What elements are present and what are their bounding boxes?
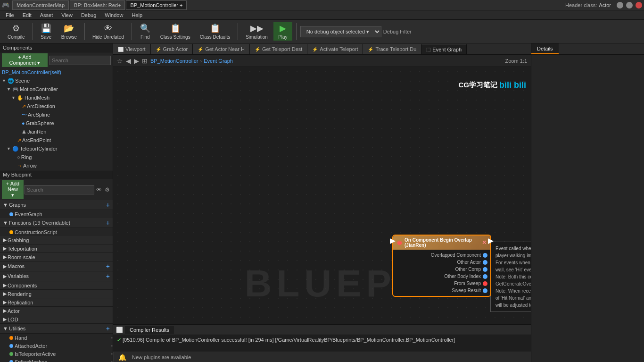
tab-activate-teleport-label: Activate Teleport <box>320 46 358 52</box>
compiler-results-tab[interactable]: Compiler Results <box>125 326 174 334</box>
bp-section-macros-label: Macros <box>8 263 25 269</box>
maximize-button[interactable] <box>626 2 633 8</box>
browse-button[interactable]: 📂 Browse <box>58 22 81 41</box>
menu-asset[interactable]: Asset <box>36 10 57 19</box>
tab-get-actor-near-h[interactable]: ⚡ Get Actor Near H <box>193 44 250 54</box>
bp-item-eventgraph[interactable]: EventGraph <box>0 210 113 218</box>
tab-activate-teleport[interactable]: ⚡ Activate Teleport <box>307 44 363 54</box>
hide-unrelated-button[interactable]: 👁 Hide Unrelated <box>89 23 128 41</box>
tab-grab-actor[interactable]: ⚡ Grab Actor <box>151 44 193 54</box>
tree-item-arcdirection[interactable]: ↗ ArcDirection <box>0 102 113 110</box>
back-button[interactable]: ◀ <box>126 57 131 65</box>
menu-file[interactable]: File <box>2 10 18 19</box>
close-button[interactable] <box>636 2 642 8</box>
tree-item-grabsphere[interactable]: ● GrabSphere <box>0 119 113 127</box>
bp-item-splinemeshes[interactable]: SplineMeshes ▪ <box>0 358 113 362</box>
bp-section-replication[interactable]: ▶ Replication <box>0 298 113 307</box>
bp-item-isteleporteractive[interactable]: IsTeleporterActive ▪ <box>0 350 113 358</box>
bp-add-new-button[interactable]: + Add New ▾ <box>2 180 24 199</box>
bp-section-components[interactable]: ▶ Components <box>0 281 113 290</box>
my-blueprint-search[interactable] <box>25 185 94 194</box>
bp-section-graphs-add[interactable]: + <box>106 201 110 209</box>
minimize-button[interactable] <box>617 2 623 8</box>
bp-section-functions[interactable]: ▼ Functions (19 Overridable) + <box>0 218 113 228</box>
toolbar-sep-1 <box>33 23 33 40</box>
tree-item-jianren[interactable]: ♟ JianRen <box>0 127 113 136</box>
breadcrumb-part-1[interactable]: BP_MotionController <box>150 58 198 64</box>
bp-section-variables-add[interactable]: + <box>106 272 110 280</box>
bp-section-variables[interactable]: ▶ Variables + <box>0 271 113 281</box>
bp-section-grabbing[interactable]: ▶ Grabbing <box>0 236 113 244</box>
bp-item-hand[interactable]: Hand ▪ <box>0 334 113 342</box>
compiler-message: [0510.96] Compile of BP_MotionController… <box>123 337 455 343</box>
bp-section-teleportation[interactable]: ▶ Teleportation <box>0 244 113 253</box>
tree-item-arcendpoint[interactable]: ↗ ArcEndPoint <box>0 136 113 144</box>
details-tab[interactable]: Details <box>531 43 559 54</box>
blueprint-canvas[interactable]: BLUEPRINT Event called when something st… <box>113 67 531 324</box>
bp-section-utilities-add[interactable]: + <box>106 325 110 332</box>
tab-viewport[interactable]: ⬜ Viewport <box>113 44 151 54</box>
bookmark-icon[interactable]: ☆ <box>117 57 123 65</box>
add-component-button[interactable]: + Add Component ▾ <box>2 53 48 67</box>
bp-section-lod[interactable]: ▶ LOD <box>0 315 113 324</box>
bp-settings-icon[interactable]: ⚙ <box>104 185 111 194</box>
bp-section-macros[interactable]: ▶ Macros + <box>0 261 113 271</box>
class-defaults-button[interactable]: 📋 Class Defaults <box>196 22 234 41</box>
bottom-plugins-bar[interactable]: 🔔 New plugins are available <box>113 352 531 362</box>
menu-help[interactable]: Help <box>128 10 146 19</box>
tree-item-scene[interactable]: ▼ 🌐 Scene <box>0 76 113 85</box>
node-close-button[interactable]: ✕ <box>482 239 487 246</box>
blueprint-node[interactable]: ◉ On Component Begin Overlap (JianRen) ✕… <box>392 235 491 297</box>
save-button[interactable]: 💾 Save <box>37 22 56 41</box>
bp-section-macros-add[interactable]: + <box>106 262 110 270</box>
tree-item-arrow[interactable]: → Arrow <box>0 161 113 170</box>
compile-button[interactable]: ⚙ Compile <box>4 22 29 41</box>
bp-item-attachedactor[interactable]: AttachedActor ▪ <box>0 342 113 350</box>
bp-section-actor[interactable]: ▶ Actor <box>0 307 113 315</box>
play-button[interactable]: ▶ Play <box>273 22 292 41</box>
debug-object-select[interactable]: No debug object selected ▾ <box>300 26 381 37</box>
find-icon: 🔍 <box>140 23 150 34</box>
trace-teleport-icon: ⚡ <box>368 47 373 52</box>
tree-item-handmesh[interactable]: ▼ ✋ HandMesh <box>0 93 113 102</box>
bp-section-utilities[interactable]: ▼ Utilities + <box>0 324 113 334</box>
bp-section-lod-label: LOD <box>8 317 18 322</box>
simulation-button[interactable]: ▶▶ Simulation <box>242 22 272 41</box>
tab-boxmesh[interactable]: BP: BoxMesh: Red+ <box>70 0 125 10</box>
tree-item-arcspline[interactable]: 〜 ArcSpline <box>0 110 113 119</box>
tab-motion-controller[interactable]: BP_MotionController + <box>126 0 187 10</box>
tab-trace-teleport-du[interactable]: ⚡ Trace Teleport Du <box>363 44 421 54</box>
menu-view[interactable]: View <box>58 10 76 19</box>
tree-item-motion-controller[interactable]: ▼ 🎮 MotionController <box>0 85 113 93</box>
menu-edit[interactable]: Edit <box>19 10 35 19</box>
pin-other-actor-label: Other Actor <box>457 260 481 265</box>
class-settings-button[interactable]: 📋 Class Settings <box>157 22 194 41</box>
pin-overlapped-component: Overlapped Component <box>393 252 490 259</box>
forward-button[interactable]: ▶ <box>134 57 139 65</box>
tab-grab-actor-label: Grab Actor <box>163 46 188 52</box>
pin-sweep-result-dot <box>483 288 487 293</box>
find-button[interactable]: 🔍 Find <box>136 22 155 41</box>
menu-debug[interactable]: Debug <box>77 10 100 19</box>
tree-item-bp[interactable]: BP_MotionController(self) <box>0 68 113 76</box>
bp-section-room-scale[interactable]: ▶ Room-scale <box>0 253 113 261</box>
bp-eye-icon[interactable]: 👁 <box>95 185 103 194</box>
bp-section-rendering[interactable]: ▶ Rendering <box>0 290 113 298</box>
my-blueprint-header: My Blueprint <box>0 170 113 179</box>
bp-section-graphs[interactable]: ▼ Graphs + <box>0 200 113 210</box>
bp-hand-flag: ▪ <box>111 335 113 340</box>
editor-tabs: ⬜ Viewport ⚡ Grab Actor ⚡ Get Actor Near… <box>113 43 531 55</box>
pin-overlapped-component-label: Overlapped Component <box>431 253 481 258</box>
tree-item-ring[interactable]: ○ Ring <box>0 153 113 161</box>
components-title: Components <box>3 45 32 51</box>
menu-window[interactable]: Window <box>101 10 127 19</box>
pin-other-actor: Other Actor <box>393 259 490 266</box>
tree-item-teleportcylinder[interactable]: ▼ 🔵 TeleportCylinder <box>0 144 113 153</box>
bp-item-constructionscript[interactable]: ConstructionScript <box>0 228 113 236</box>
components-search[interactable] <box>50 56 111 65</box>
grid-view-button[interactable]: ⊞ <box>142 57 148 65</box>
bp-section-functions-add[interactable]: + <box>106 219 110 227</box>
tab-motion-controller-map[interactable]: MotionControllerMap <box>12 0 69 10</box>
tab-event-graph[interactable]: ⬚ Event Graph <box>421 44 467 54</box>
tab-get-teleport-dest[interactable]: ⚡ Get Teleport Dest <box>250 44 307 54</box>
